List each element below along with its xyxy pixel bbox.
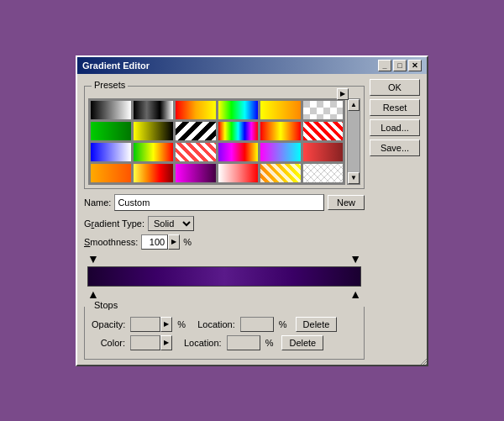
smoothness-label: Smoothness: bbox=[84, 237, 138, 247]
list-item[interactable] bbox=[260, 121, 302, 141]
color-stop-right[interactable]: ▲ bbox=[349, 288, 361, 300]
list-item[interactable] bbox=[218, 163, 260, 183]
list-item[interactable] bbox=[302, 121, 344, 141]
opacity-location-label: Location: bbox=[197, 319, 235, 329]
maximize-button[interactable]: □ bbox=[393, 60, 407, 71]
list-item[interactable] bbox=[133, 142, 175, 162]
side-buttons: OK Reset Load... Save... bbox=[370, 79, 420, 360]
svg-line-2 bbox=[426, 364, 427, 365]
top-stops-row: ▼ ▼ bbox=[84, 253, 365, 266]
color-location-input[interactable] bbox=[227, 335, 260, 350]
color-stop-left[interactable]: ▲ bbox=[87, 288, 99, 300]
color-stop-row: Color: ▶ Location: % Delete bbox=[92, 335, 357, 350]
name-input[interactable] bbox=[114, 194, 324, 211]
list-item[interactable] bbox=[175, 163, 217, 183]
list-item[interactable] bbox=[90, 142, 132, 162]
color-location-label: Location: bbox=[184, 338, 222, 348]
list-item[interactable] bbox=[260, 163, 302, 183]
list-item[interactable] bbox=[175, 100, 217, 120]
list-item[interactable] bbox=[90, 163, 132, 183]
reset-button[interactable]: Reset bbox=[370, 99, 420, 116]
name-label: Name: bbox=[84, 197, 111, 208]
main-panel: Presets ▶ bbox=[84, 79, 365, 360]
presets-group: Presets ▶ bbox=[84, 86, 365, 189]
opacity-arrow[interactable]: ▶ bbox=[160, 317, 172, 332]
new-button[interactable]: New bbox=[328, 195, 365, 210]
minimize-button[interactable]: _ bbox=[378, 60, 391, 71]
color-swatch[interactable] bbox=[130, 335, 160, 350]
list-item[interactable] bbox=[90, 121, 132, 141]
opacity-spinner: ▶ bbox=[130, 317, 172, 332]
presets-container: ▲ ▼ bbox=[88, 98, 360, 185]
scroll-down-arrow[interactable]: ▼ bbox=[348, 172, 360, 184]
color-location-unit: % bbox=[265, 338, 274, 348]
opacity-stop-right[interactable]: ▼ bbox=[349, 253, 361, 265]
close-button[interactable]: ✕ bbox=[408, 60, 422, 71]
list-item[interactable] bbox=[218, 100, 260, 120]
opacity-stop-left[interactable]: ▼ bbox=[87, 253, 99, 265]
title-bar: Gradient Editor _ □ ✕ bbox=[77, 57, 427, 74]
list-item[interactable] bbox=[218, 121, 260, 141]
smoothness-up-arrow[interactable]: ▶ bbox=[168, 234, 180, 250]
opacity-location-unit: % bbox=[279, 319, 287, 329]
save-button[interactable]: Save... bbox=[370, 139, 420, 156]
list-item[interactable] bbox=[133, 121, 175, 141]
dialog-title: Gradient Editor bbox=[82, 61, 150, 71]
gradient-bar-area: ▼ ▼ ▲ ▲ bbox=[84, 253, 365, 300]
list-item[interactable] bbox=[175, 121, 217, 141]
list-item[interactable] bbox=[133, 163, 175, 183]
opacity-location-input[interactable] bbox=[240, 317, 274, 332]
load-button[interactable]: Load... bbox=[370, 119, 420, 136]
presets-label: Presets bbox=[92, 80, 128, 90]
opacity-input[interactable] bbox=[130, 317, 160, 332]
smoothness-unit: % bbox=[183, 237, 192, 247]
scroll-up-arrow[interactable]: ▲ bbox=[348, 99, 360, 111]
list-item[interactable] bbox=[218, 142, 260, 162]
settings-area: Gradient Type: Solid Noise Smoothness: ▶… bbox=[84, 216, 365, 250]
title-bar-controls: _ □ ✕ bbox=[378, 60, 422, 71]
opacity-stop-row: Opacity: ▶ % Location: % Delete bbox=[92, 317, 357, 332]
opacity-delete-button[interactable]: Delete bbox=[296, 317, 338, 332]
list-item[interactable] bbox=[302, 142, 344, 162]
opacity-label: Opacity: bbox=[92, 319, 125, 329]
name-row: Name: New bbox=[84, 194, 365, 211]
list-item[interactable] bbox=[302, 100, 344, 120]
gradient-type-row: Gradient Type: Solid Noise bbox=[84, 216, 365, 231]
presets-scrollbar[interactable]: ▲ ▼ bbox=[347, 98, 360, 185]
list-item[interactable] bbox=[260, 100, 302, 120]
opacity-unit: % bbox=[177, 319, 186, 329]
stops-group: Stops Opacity: ▶ % Location: % Delete bbox=[84, 307, 365, 360]
list-item[interactable] bbox=[260, 142, 302, 162]
stops-label: Stops bbox=[92, 300, 120, 310]
smoothness-row: Smoothness: ▶ % bbox=[84, 234, 365, 250]
color-arrow[interactable]: ▶ bbox=[160, 335, 172, 350]
list-item[interactable] bbox=[90, 100, 132, 120]
presets-menu-arrow[interactable]: ▶ bbox=[337, 88, 349, 100]
gradient-type-select[interactable]: Solid Noise bbox=[148, 216, 194, 231]
color-delete-button[interactable]: Delete bbox=[281, 335, 323, 350]
bottom-stops-row: ▲ ▲ bbox=[84, 287, 365, 300]
scroll-track bbox=[348, 111, 360, 172]
resize-grip[interactable] bbox=[417, 355, 427, 365]
gradient-type-label: Gradient Type: bbox=[84, 218, 144, 229]
color-picker-box: ▶ bbox=[130, 335, 172, 350]
smoothness-spinner: ▶ bbox=[141, 234, 180, 250]
list-item[interactable] bbox=[175, 142, 217, 162]
smoothness-input[interactable] bbox=[141, 234, 168, 250]
gradient-editor-dialog: Gradient Editor _ □ ✕ Presets ▶ bbox=[76, 55, 428, 366]
list-item[interactable] bbox=[302, 163, 344, 183]
ok-button[interactable]: OK bbox=[370, 79, 420, 96]
gradient-bar[interactable] bbox=[87, 266, 361, 287]
color-label: Color: bbox=[92, 338, 125, 348]
dialog-body: Presets ▶ bbox=[77, 74, 427, 365]
presets-grid bbox=[88, 98, 345, 185]
list-item[interactable] bbox=[133, 100, 175, 120]
